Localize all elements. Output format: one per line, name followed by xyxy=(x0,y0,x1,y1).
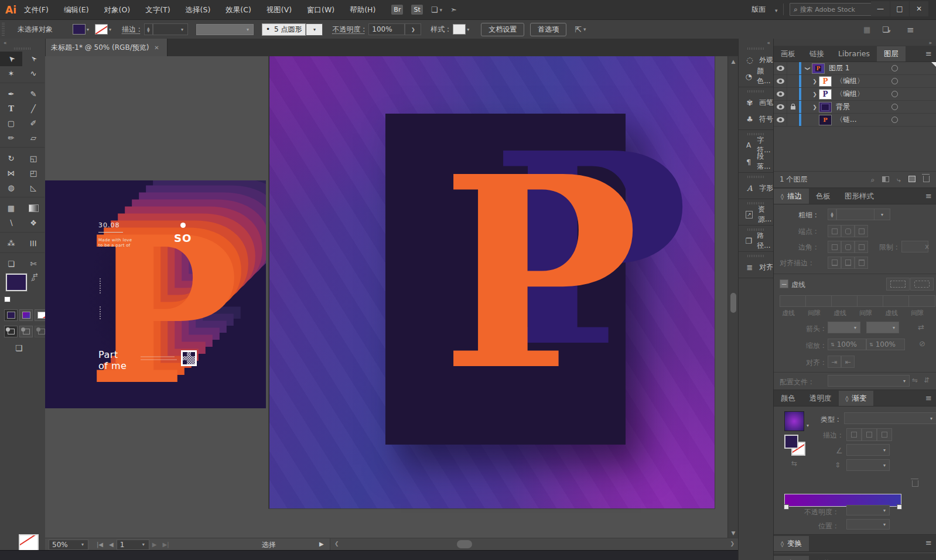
panel-menu-icon[interactable]: ≡ xyxy=(925,192,932,200)
foreground-letter[interactable]: P xyxy=(441,142,639,405)
opacity-label[interactable]: 不透明度 : xyxy=(332,25,365,35)
selection-tool[interactable]: ➤ xyxy=(0,52,22,66)
scroll-right-icon[interactable]: ❯ xyxy=(730,541,735,547)
document-tab[interactable]: 未标题-1* @ 50% (RGB/预览) ✕ xyxy=(45,39,168,56)
align-dash-button[interactable] xyxy=(910,278,934,291)
rotate-tool[interactable]: ↻ xyxy=(0,151,22,166)
layer-name[interactable]: 〈编组〉 xyxy=(836,89,864,99)
blend-tool[interactable]: ❖ xyxy=(22,216,45,230)
tab-links[interactable]: 链接 xyxy=(802,46,831,62)
paintbrush-tool[interactable]: ✐ xyxy=(22,116,45,131)
gradient-preview-thumbnail[interactable] xyxy=(784,411,804,431)
stroke-weight-label[interactable]: 描边 : xyxy=(122,25,141,35)
layer-name[interactable]: 图层 1 xyxy=(829,63,849,73)
gradient-stop-start[interactable] xyxy=(784,504,789,510)
layer-name[interactable]: 背景 xyxy=(836,102,850,112)
weight-stepper[interactable]: ▲▼ xyxy=(828,209,836,220)
panel-menu-icon[interactable]: ≡ xyxy=(925,394,932,402)
swap-arrowheads-icon[interactable]: ⇄ xyxy=(918,323,924,332)
stroke-across-button[interactable] xyxy=(877,428,892,441)
menu-file[interactable]: 文件(F) xyxy=(16,0,56,19)
menu-effect[interactable]: 效果(C) xyxy=(218,0,258,19)
gradient-stop-end[interactable] xyxy=(897,504,902,510)
gap-field-2[interactable] xyxy=(857,295,884,307)
slice-tool[interactable]: ✄ xyxy=(22,257,45,271)
visibility-toggle[interactable] xyxy=(774,101,787,113)
dock-symbols[interactable]: ♣符号 xyxy=(739,111,774,127)
tab-paragraph[interactable]: 段落 xyxy=(809,556,838,560)
horizontal-scrollbar[interactable]: ❮ ❯ xyxy=(330,538,739,550)
menu-window[interactable]: 窗口(W) xyxy=(299,0,342,19)
visibility-toggle[interactable] xyxy=(774,88,787,100)
flip-across-icon[interactable]: ⇵ xyxy=(924,376,930,384)
magic-wand-tool[interactable]: ✶ xyxy=(0,66,22,81)
screen-mode-button[interactable]: ❏ xyxy=(15,343,23,353)
variable-width-profile-dropdown[interactable]: ▾ xyxy=(196,24,254,35)
style-swatch[interactable] xyxy=(453,24,466,35)
tab-transparency[interactable]: 透明度 xyxy=(802,391,839,406)
dock-align[interactable]: ≣对齐 xyxy=(739,259,774,275)
locate-object-icon[interactable]: ⌕ xyxy=(871,176,875,184)
type-tool[interactable]: T xyxy=(0,101,22,116)
panel-collapse-icon[interactable]: ◊ xyxy=(846,395,849,402)
maximize-button[interactable]: □ xyxy=(890,1,909,16)
status-flyout-icon[interactable]: ▶ xyxy=(319,541,324,547)
tab-character[interactable]: ◊字符 xyxy=(774,556,809,560)
stock-button[interactable]: St xyxy=(411,5,422,15)
new-layer-icon[interactable] xyxy=(908,176,915,184)
search-adobe-stock-input[interactable]: ⌕ 搜索 Adobe Stock xyxy=(790,3,873,16)
last-artboard-button[interactable]: ▶| xyxy=(162,541,169,548)
symbol-sprayer-tool[interactable]: ⁂ xyxy=(0,236,22,251)
menu-object[interactable]: 对象(O) xyxy=(97,0,138,19)
arrange-documents-icon[interactable]: ❏ xyxy=(431,5,438,14)
reverse-gradient-icon[interactable]: ⇆ xyxy=(791,459,797,467)
target-circle[interactable] xyxy=(891,117,898,123)
stroke-along-button[interactable] xyxy=(862,428,877,441)
width-profile-dropdown[interactable]: ▾ xyxy=(828,375,910,387)
expand-chevron-icon[interactable]: ❯ xyxy=(811,104,819,110)
panel-menu-icon[interactable]: ≡ xyxy=(925,557,932,560)
free-transform-tool[interactable]: ◰ xyxy=(22,166,45,180)
panel-grip[interactable] xyxy=(14,47,32,50)
reference-poster-artwork[interactable]: P 30.08 Made with loveto be a part of SO… xyxy=(45,180,266,408)
layer-thumbnail[interactable]: P xyxy=(819,115,832,125)
dock-glyphs[interactable]: A字形 xyxy=(739,180,774,196)
vertical-scrollbar[interactable]: ▲ ▼ xyxy=(727,56,739,538)
lasso-tool[interactable]: ∿ xyxy=(22,66,45,81)
workspace-switcher[interactable]: 版面 xyxy=(751,5,766,15)
layer-name[interactable]: 〈链... xyxy=(836,115,856,125)
stop-location-dropdown[interactable]: ▾ xyxy=(846,519,890,530)
dock-color[interactable]: ◔颜色... xyxy=(739,68,774,84)
cap-projecting-button[interactable] xyxy=(855,225,868,237)
default-fill-stroke-icon[interactable] xyxy=(4,296,11,302)
stroke-weight-field[interactable]: ▾ xyxy=(153,23,188,35)
vertical-scroll-thumb[interactable] xyxy=(730,293,736,313)
target-circle[interactable] xyxy=(891,104,898,110)
lock-toggle[interactable] xyxy=(787,62,799,74)
opacity-field[interactable]: 100% xyxy=(368,23,405,35)
tab-layers[interactable]: 图层 xyxy=(877,46,906,62)
lock-toggle[interactable] xyxy=(787,88,799,100)
weight-field[interactable] xyxy=(836,209,879,220)
first-artboard-button[interactable]: |◀ xyxy=(97,541,103,548)
column-graph-tool[interactable]: ☰ xyxy=(22,236,45,251)
align-inside-button[interactable] xyxy=(841,257,855,269)
expand-chevron-icon[interactable]: ❯ xyxy=(811,78,819,84)
layer-thumbnail[interactable]: P xyxy=(812,63,825,74)
layer-row-background[interactable]: ❯ 背景 xyxy=(774,101,936,114)
dashed-line-checkbox[interactable]: − xyxy=(780,279,788,288)
fill-color-swatch[interactable] xyxy=(73,24,86,35)
artboard[interactable]: P P xyxy=(269,56,715,508)
visibility-toggle[interactable] xyxy=(774,62,787,74)
lock-toggle[interactable] xyxy=(787,114,799,126)
delete-stop-icon[interactable] xyxy=(912,480,918,489)
panel-collapse-icon[interactable]: ◊ xyxy=(781,193,784,200)
document-setup-button[interactable]: 文档设置 xyxy=(481,23,524,36)
draw-behind-mode-button[interactable] xyxy=(19,326,33,337)
layer-row-linked[interactable]: . P 〈链... xyxy=(774,114,936,127)
layer-thumbnail[interactable] xyxy=(819,102,832,112)
flip-along-icon[interactable]: ⇋ xyxy=(912,376,918,384)
stroke-weight-stepper[interactable]: ▲▼ xyxy=(144,23,153,35)
stop-opacity-dropdown[interactable]: ▾ xyxy=(846,505,890,515)
gradient-fill-swatch[interactable] xyxy=(784,435,798,449)
